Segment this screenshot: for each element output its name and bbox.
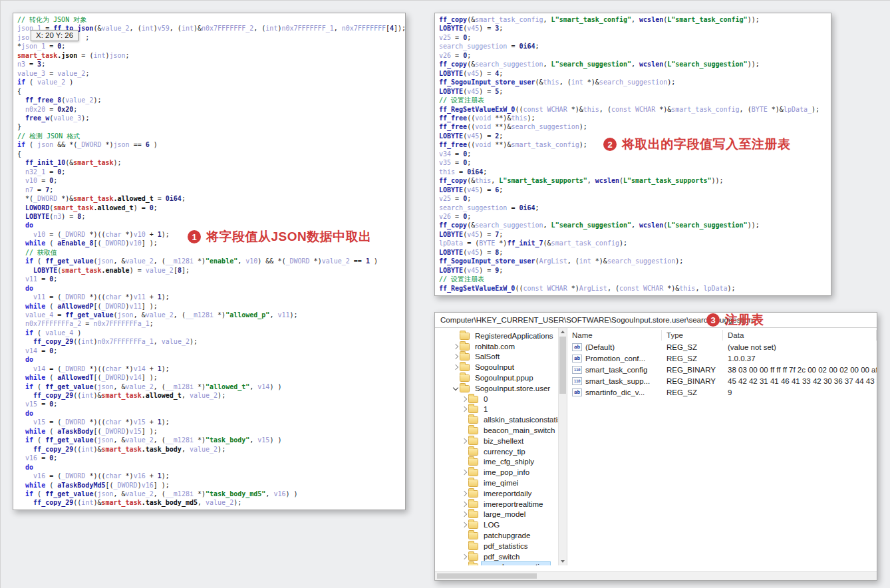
tree-item[interactable]: ime_cfg_shiply (435, 457, 567, 468)
scroll-down-icon[interactable] (559, 557, 567, 565)
tree-item[interactable]: ime_qimei (435, 478, 567, 488)
tree-item-label: large_model (482, 510, 527, 519)
folder-icon (460, 353, 470, 361)
code-line: v14 = (_DWORD *)((char *)v14 + 1); (17, 365, 405, 373)
coords-tooltip-text: X: 20 Y: 26 (36, 31, 73, 39)
chevron-right-icon[interactable] (460, 512, 468, 516)
code-line: do (17, 355, 405, 364)
registry-address-bar[interactable]: Computer\HKEY_CURRENT_USER\SOFTWARE\Sogo… (435, 313, 877, 328)
chevron-right-icon[interactable] (460, 397, 468, 401)
tree-scrollbar[interactable] (558, 328, 567, 565)
chevron-right-icon[interactable] (460, 470, 468, 474)
tree-item-label: currency_tip (482, 447, 527, 456)
registry-value-row[interactable]: 110smart_task_supp...REG_BINARY45 42 42 … (567, 375, 877, 386)
tree-item[interactable]: 1 (435, 404, 567, 415)
chevron-right-icon[interactable] (460, 555, 468, 559)
folder-icon (460, 385, 470, 392)
chevron-right-icon[interactable] (460, 492, 468, 496)
folder-icon (468, 511, 478, 518)
tree-item[interactable]: RegisteredApplications (435, 331, 567, 341)
tree-item[interactable]: currency_tip (435, 446, 567, 457)
folder-icon (460, 364, 470, 371)
tree-item-label: pdf_statistics (482, 541, 529, 551)
code-line: do (17, 409, 405, 418)
code-line: LOBYTE(v45) = 8; (439, 248, 831, 257)
decompiled-code-write[interactable]: ff_copy(&smart_task_config, L"smart_task… (435, 13, 831, 295)
decompiled-code-extract[interactable]: // 转化为 JSON 对象json_1 = ff_to_json(&value… (13, 13, 405, 510)
tree-item[interactable]: allskin_statusiconstatis (435, 414, 567, 425)
code-line: ff_copy(&this, L"smart_task_supports", w… (439, 176, 831, 185)
code-line: while ( aTaskBody[(_DWORD)v15] ); (17, 427, 405, 436)
folder-icon (468, 480, 478, 487)
tree-item[interactable]: rohitab.com (435, 341, 567, 352)
tree-scrollbar-thumb[interactable] (559, 337, 566, 394)
folder-icon (468, 563, 478, 565)
tree-item[interactable]: 0 (435, 394, 567, 404)
code-line: n32_1 = 0; (17, 168, 405, 176)
value-type-cell: REG_SZ (662, 343, 723, 351)
code-line: do (17, 463, 405, 472)
code-line: LOBYTE(v45) = 4; (439, 69, 831, 78)
tree-item[interactable]: LOG (435, 519, 567, 530)
chevron-right-icon[interactable] (451, 355, 460, 359)
tree-item[interactable]: SogouInput.ppup (435, 372, 567, 383)
column-header-name[interactable]: Name (567, 330, 662, 341)
registry-values-pane: Name Type Data ab(Default)REG_SZ(value n… (567, 328, 877, 565)
reg-binary-icon: 110 (572, 366, 582, 374)
code-line: ff_RegSetValueExW_0((const WCHAR *)&this… (439, 105, 831, 114)
tree-item[interactable]: SogouInput (435, 362, 567, 372)
folder-icon (468, 406, 478, 413)
tree-item[interactable]: ime_pop_info (435, 467, 567, 478)
registry-value-row[interactable]: 110smart_task_configREG_BINARY38 03 00 0… (567, 364, 877, 375)
tree-item[interactable]: patchupgrade (435, 530, 567, 541)
code-line: search_suggestion = 0i64; (439, 204, 831, 212)
chevron-right-icon[interactable] (460, 502, 468, 506)
tree-item[interactable]: SogouInput.store.user (435, 383, 567, 394)
tree-item[interactable]: imereportrealtime (435, 499, 567, 510)
code-line: LOBYTE(smart_task.enable) = value_2[8]; (17, 266, 405, 275)
code-line: { (17, 150, 405, 158)
chevron-right-icon[interactable] (460, 439, 468, 443)
chevron-right-icon[interactable] (451, 365, 460, 369)
chevron-down-icon[interactable] (451, 387, 460, 390)
code-line: while ( aTaskBodyMd5[(_DWORD)v16] ); (17, 481, 405, 490)
chevron-right-icon[interactable] (460, 523, 468, 527)
reg-sz-icon: ab (572, 343, 582, 351)
tree-item-label: biz_shellext (482, 436, 525, 446)
values-header-row: Name Type Data (567, 329, 877, 341)
registry-value-row[interactable]: absmartinfo_dic_v...REG_SZ9 (567, 386, 877, 398)
tree-item[interactable]: search_suggestion (435, 562, 567, 565)
horizontal-scrollbar-thumb[interactable] (437, 573, 537, 579)
code-line: do (17, 284, 405, 293)
registry-value-row[interactable]: abPromotion_conf...REG_SZ1.0.0.37 (567, 353, 877, 364)
annotation-3-text: 注册表 (725, 311, 764, 329)
code-line: LOBYTE(v45) = 7; (439, 230, 831, 239)
reg-sz-icon: ab (572, 355, 582, 363)
code-line: LOBYTE(v45) = 9; (439, 266, 831, 275)
tree-item[interactable]: large_model (435, 510, 567, 520)
tree-item[interactable]: biz_shellext (435, 436, 567, 446)
scroll-up-icon[interactable] (559, 328, 567, 336)
registry-horizontal-scrollbar[interactable] (435, 571, 877, 580)
code-line: if ( value_4 ) (17, 329, 405, 337)
code-line: LOBYTE(v45) = 3; (439, 24, 831, 33)
tree-item[interactable]: pdf_switch (435, 551, 567, 562)
code-line: while ( aAllowedP[(_DWORD)v11] ); (17, 302, 405, 311)
code-line: ff_copy(&smart_task_config, L"smart_task… (439, 15, 831, 24)
tree-item[interactable]: imereportdaily (435, 488, 567, 499)
registry-tree[interactable]: RegisteredApplicationsrohitab.comSalSoft… (435, 328, 567, 565)
tree-item[interactable]: beacon_main_switch (435, 425, 567, 436)
tree-item-label: rohitab.com (473, 342, 517, 351)
reg-sz-icon: ab (572, 388, 582, 396)
registry-value-row[interactable]: ab(Default)REG_SZ(value not set) (567, 341, 877, 353)
chevron-right-icon[interactable] (451, 345, 460, 349)
value-data-cell: (value not set) (723, 343, 877, 351)
code-line: LOBYTE(v45) = 5; (439, 87, 831, 96)
chevron-right-icon[interactable] (460, 407, 468, 411)
code-line: LOWORD(smart_task.allowed_t) = 0; (17, 204, 405, 212)
tree-item[interactable]: SalSoft (435, 352, 567, 363)
column-header-type[interactable]: Type (662, 330, 723, 341)
column-header-data[interactable]: Data (723, 330, 877, 341)
tree-item[interactable]: pdf_statistics (435, 541, 567, 551)
value-name-cell: 110smart_task_config (567, 366, 662, 374)
